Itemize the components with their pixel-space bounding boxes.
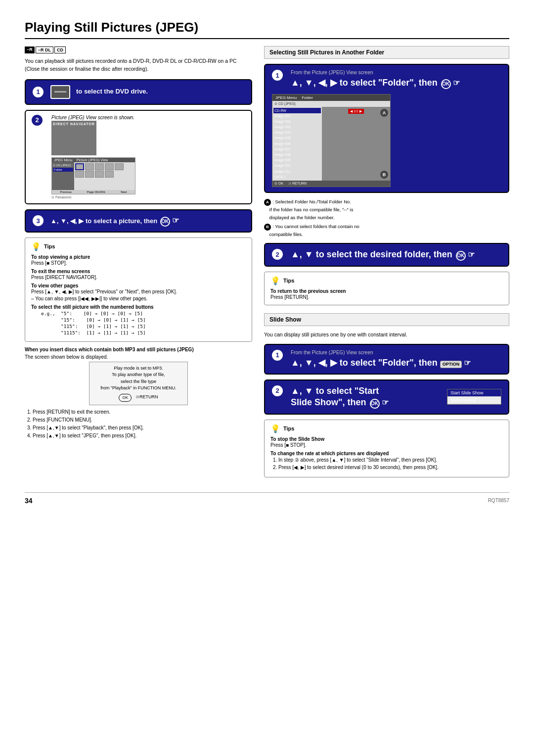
right-step1-box: 1 From the Picture (JPEG) View screen ▲,… <box>264 64 509 193</box>
slideshow-intro: You can display still pictures one by on… <box>264 331 509 339</box>
a-label: A <box>380 109 388 117</box>
right-step2-text: ▲, ▼ to select the desired folder, then … <box>291 249 475 261</box>
ss-step1-box: 1 From the Picture (JPEG) View screen ▲,… <box>264 344 509 375</box>
step2-box: 2 Picture (JPEG) View screen is shown. D… <box>25 110 252 204</box>
right-step2-number: 2 <box>272 249 283 260</box>
ss-step2-box: 2 ▲, ▼ to select "StartSlide Show", then… <box>264 379 509 415</box>
navigator-label: DIRECT NAVIGATOR <box>51 121 96 155</box>
ss-step1-number: 1 <box>272 350 283 361</box>
step3-number: 3 <box>33 215 44 226</box>
step2-number: 2 <box>32 115 43 126</box>
option-label: OPTION <box>440 361 462 369</box>
ss-menu: Start Slide Show Slide Interval <box>447 389 501 405</box>
tip-numbered-buttons: To select the still picture with the num… <box>31 304 246 335</box>
warning-screen: Play mode is set to MP3. To play another… <box>89 362 188 405</box>
page-number: 34 <box>25 497 33 505</box>
intro-text: You can playback still pictures recorded… <box>25 57 252 73</box>
slideshow-header: Slide Show <box>264 313 509 326</box>
jpeg-screen: JPEG Menu Folder ⊙ CD (JPEG) CD-RW image… <box>272 94 391 187</box>
ss-tips: 💡 Tips To stop the Slide Show Press [■ S… <box>264 420 509 477</box>
right-step2-box: 2 ▲, ▼ to select the desired folder, the… <box>264 243 509 267</box>
disc-label: ⊙ CD (JPEG) <box>272 101 390 107</box>
screen-brand: ⊙ Panasonic <box>51 195 245 199</box>
b-label: B <box>380 171 388 179</box>
step1-number: 1 <box>33 87 44 97</box>
ss-step2-text: ▲, ▼ to select "StartSlide Show", then O… <box>291 385 389 409</box>
warning-steps: Press [RETURN] to exit the screen. Press… <box>33 408 252 440</box>
annotations: A: Selected Folder No./Total Folder No. … <box>264 198 509 238</box>
tip-stop-viewing: To stop viewing a picture Press [■ STOP]… <box>31 254 246 267</box>
page-indicator: ◀ 1/1 ▶ <box>348 109 364 114</box>
step3-box: 3 ▲, ▼, ◀, ▶ to select a picture, then O… <box>25 209 252 233</box>
step1-box: 1 to select the DVD drive. <box>25 79 252 105</box>
folder-list: CD-RW image 001 image 002 image 003 imag… <box>272 107 322 181</box>
step3-text: ▲, ▼, ◀, ▶ to select a picture, then OK☞ <box>50 215 179 227</box>
tip-view-pages: To view other pages Press [▲, ▼, ◀, ▶] t… <box>31 283 246 302</box>
badge-r: −R <box>25 47 35 53</box>
tips-right: 💡 Tips To return to the previous screen … <box>264 272 509 305</box>
right-column: Selecting Still Pictures in Another Fold… <box>264 46 509 477</box>
ss-step2-number: 2 <box>272 385 283 396</box>
ok-btn: OK <box>119 394 132 402</box>
slideshow-section: Slide Show You can display still picture… <box>264 313 509 477</box>
badge-cd: CD <box>54 47 66 53</box>
jpeg-right-panel: ◀ 1/1 ▶ A B <box>322 107 390 181</box>
mp3-warning: When you insert discs which contain both… <box>25 347 252 440</box>
tips-left-title: Tips <box>44 243 55 249</box>
screen-preview: JPEG MenuPicture (JPEG) View ⊙ CD (JPEG)… <box>51 157 135 194</box>
page-footer: 34 RQT8857 <box>25 492 509 505</box>
step2-caption: Picture (JPEG) View screen is shown. <box>51 115 245 120</box>
doc-code: RQT8857 <box>488 498 509 503</box>
jpeg-screen-footer: ⊙ OK ⊃ RETURN <box>272 181 390 187</box>
step1-text: to select the DVD drive. <box>76 87 148 96</box>
drive-icon <box>50 85 70 99</box>
tips-icon: 💡 <box>31 242 41 251</box>
left-column: −R −R DL CD You can playback still pictu… <box>25 46 252 477</box>
section-header-folder: Selecting Still Pictures in Another Fold… <box>264 46 509 59</box>
right-step1-number: 1 <box>272 70 283 81</box>
badge-rdl: −R DL <box>36 47 53 53</box>
right-step1-text: ▲, ▼, ◀, ▶ to select "Folder", then OK☞ <box>291 77 460 89</box>
ss-step1-text: ▲, ▼, ◀, ▶ to select "Folder", then OPTI… <box>291 357 471 369</box>
page-title: Playing Still Pictures (JPEG) <box>25 20 509 39</box>
tip-exit-menu: To exit the menu screens Press [DIRECT N… <box>31 269 246 281</box>
tips-left: 💡 Tips To stop viewing a picture Press [… <box>25 237 252 342</box>
disc-badges: −R −R DL CD <box>25 47 66 53</box>
